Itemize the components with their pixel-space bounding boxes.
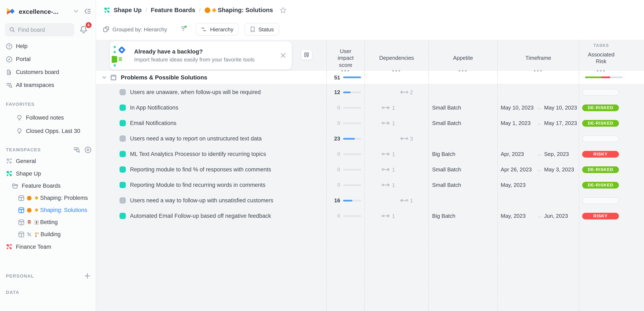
associated-risk-cell[interactable]: DE-RISKED xyxy=(579,177,644,193)
chevron-down-icon[interactable] xyxy=(74,10,78,12)
user-impact-score-cell[interactable]: 0 xyxy=(326,100,364,115)
dependencies-cell[interactable]: 1 xyxy=(364,115,428,131)
user-impact-score-cell[interactable]: 0 xyxy=(326,162,364,177)
associated-risk-cell[interactable] xyxy=(579,131,644,146)
sidebar-item-shape-up[interactable]: Shape Up xyxy=(0,167,96,180)
workspace-switcher[interactable]: excellence-... xyxy=(0,0,96,18)
user-impact-score-cell[interactable]: 16 xyxy=(326,193,364,208)
associated-risk-cell[interactable]: DE-RISKED xyxy=(579,162,644,177)
dependencies-cell[interactable]: 1 xyxy=(364,162,428,177)
collapse-group-chevron-icon[interactable] xyxy=(102,75,106,80)
user-impact-score-cell[interactable]: 12 xyxy=(326,84,364,100)
board-search[interactable] xyxy=(5,23,74,36)
appetite-cell[interactable] xyxy=(428,193,497,208)
risk-badge[interactable]: RISKY xyxy=(582,151,619,158)
outgoing-dependencies[interactable]: 1 xyxy=(382,104,395,111)
grouped-by-control[interactable]: Grouped by: Hierarchy xyxy=(103,26,167,32)
group-row[interactable]: Problems & Possible Solutions 51 xyxy=(96,70,644,84)
table-row[interactable]: Automated Email Follow-up based off nega… xyxy=(96,208,644,224)
table-row[interactable]: Users need a way to follow-up with unsat… xyxy=(96,193,644,208)
table-row[interactable]: Reporting module to find % of responses … xyxy=(96,162,644,177)
appetite-cell[interactable]: Small Batch xyxy=(428,177,497,193)
add-teamspace-icon[interactable] xyxy=(84,146,92,153)
risk-badge[interactable] xyxy=(582,135,619,142)
table-row[interactable]: Email Notifications 0 1 Small Batch May … xyxy=(96,115,644,131)
favorite-star-icon[interactable] xyxy=(280,6,287,14)
sidebar-item-closed-opps[interactable]: Closed Opps. Last 30 xyxy=(0,124,96,138)
user-impact-score-cell[interactable]: 0 xyxy=(326,115,364,131)
sidebar-item-feature-boards[interactable]: Feature Boards xyxy=(0,180,96,192)
outgoing-dependencies[interactable]: 1 xyxy=(382,120,395,126)
risk-badge[interactable]: DE-RISKED xyxy=(582,182,619,188)
appetite-cell[interactable] xyxy=(428,84,497,100)
associated-risk-cell[interactable] xyxy=(579,193,644,208)
user-impact-score-cell[interactable]: 0 xyxy=(326,177,364,193)
outgoing-dependencies[interactable]: 1 xyxy=(382,151,395,157)
sidebar-item-help[interactable]: ? Help xyxy=(0,40,96,53)
appetite-cell[interactable]: Big Batch xyxy=(428,146,497,162)
add-personal-icon[interactable] xyxy=(84,272,91,279)
timeframe-cell[interactable]: May, 2023 xyxy=(497,177,579,193)
search-teamspaces-icon[interactable] xyxy=(73,146,80,153)
hierarchy-view-button[interactable]: Hierarchy xyxy=(196,23,239,36)
risk-badge[interactable]: DE-RISKED xyxy=(582,120,619,126)
incoming-dependencies[interactable]: 2 xyxy=(400,89,413,95)
timeframe-cell[interactable] xyxy=(497,84,579,100)
user-impact-score-cell[interactable]: 23 xyxy=(326,131,364,146)
timeframe-cell[interactable]: May, 2023 → Jun, 2023 xyxy=(497,208,579,224)
table-row[interactable]: ML Text Analytics Processor to identify … xyxy=(96,146,644,162)
dependencies-cell[interactable]: 1 xyxy=(364,146,428,162)
user-impact-score-cell[interactable]: 0 xyxy=(326,146,364,162)
sidebar-item-customers-board[interactable]: Customers board xyxy=(0,66,96,78)
risk-badge[interactable]: DE-RISKED xyxy=(582,166,619,173)
incoming-dependencies[interactable]: 3 xyxy=(400,136,413,142)
dependencies-cell[interactable]: 2 xyxy=(364,84,428,100)
dependencies-cell[interactable]: 1 xyxy=(364,100,428,115)
appetite-cell[interactable]: Small Batch xyxy=(428,115,497,131)
dependencies-cell[interactable]: 3 xyxy=(364,131,428,146)
sidebar-item-building[interactable]: Building xyxy=(0,228,96,240)
outgoing-dependencies[interactable]: 1 xyxy=(382,166,395,173)
table-row[interactable]: In App Notifications 0 1 Small Batch May… xyxy=(96,100,644,115)
outgoing-dependencies[interactable]: 1 xyxy=(382,213,395,219)
sidebar-item-finance-team[interactable]: Finance Team xyxy=(0,240,96,253)
sidebar-item-betting[interactable]: Betting xyxy=(0,216,96,228)
breadcrumb-current-board[interactable]: Shaping: Solutions xyxy=(204,7,273,14)
associated-risk-cell[interactable]: RISKY xyxy=(579,208,644,224)
risk-badge[interactable]: DE-RISKED xyxy=(582,104,619,111)
sidebar-item-portal[interactable]: Portal xyxy=(0,53,96,66)
user-impact-score-cell[interactable]: 0 xyxy=(326,208,364,224)
timeframe-cell[interactable]: May 10, 2023 → May 10, 2023 xyxy=(497,100,579,115)
outgoing-dependencies[interactable]: 1 xyxy=(382,182,395,188)
appetite-cell[interactable]: Big Batch xyxy=(428,208,497,224)
breadcrumb-teamspace[interactable]: Shape Up xyxy=(104,7,142,14)
associated-risk-cell[interactable]: RISKY xyxy=(579,146,644,162)
table-row[interactable]: Reporting Module to find recurring words… xyxy=(96,177,644,193)
timeframe-cell[interactable]: Apr, 2023 → Sep, 2023 xyxy=(497,146,579,162)
timeframe-cell[interactable] xyxy=(497,131,579,146)
risk-badge[interactable] xyxy=(582,89,619,96)
appetite-cell[interactable]: Small Batch xyxy=(428,162,497,177)
timeframe-cell[interactable] xyxy=(497,193,579,208)
dependencies-cell[interactable]: 1 xyxy=(364,193,428,208)
risk-badge[interactable]: RISKY xyxy=(582,212,619,219)
collapse-sidebar-icon[interactable] xyxy=(84,8,91,15)
notifications-button[interactable]: 6 xyxy=(79,25,88,34)
appetite-cell[interactable] xyxy=(428,131,497,146)
associated-risk-cell[interactable] xyxy=(579,84,644,100)
associated-risk-cell[interactable]: DE-RISKED xyxy=(579,115,644,131)
timeframe-cell[interactable]: May 1, 2023 → May 17, 2023 xyxy=(497,115,579,131)
incoming-dependencies[interactable]: 1 xyxy=(400,197,413,204)
breadcrumb-folder[interactable]: Feature Boards xyxy=(151,7,195,14)
filter-icon[interactable] xyxy=(180,25,189,34)
sidebar-item-general[interactable]: General xyxy=(0,155,96,167)
table-row[interactable]: Users are unaware, when follow-ups will … xyxy=(96,84,644,100)
close-icon[interactable] xyxy=(280,53,286,58)
dependencies-cell[interactable]: 1 xyxy=(364,208,428,224)
search-input[interactable] xyxy=(18,26,68,33)
appetite-cell[interactable]: Small Batch xyxy=(428,100,497,115)
timeframe-cell[interactable]: Apr 26, 2023 → May 3, 2023 xyxy=(497,162,579,177)
risk-badge[interactable] xyxy=(582,197,619,204)
table-row[interactable]: Users need a way to report on unstructur… xyxy=(96,131,644,146)
associated-risk-cell[interactable]: DE-RISKED xyxy=(579,100,644,115)
